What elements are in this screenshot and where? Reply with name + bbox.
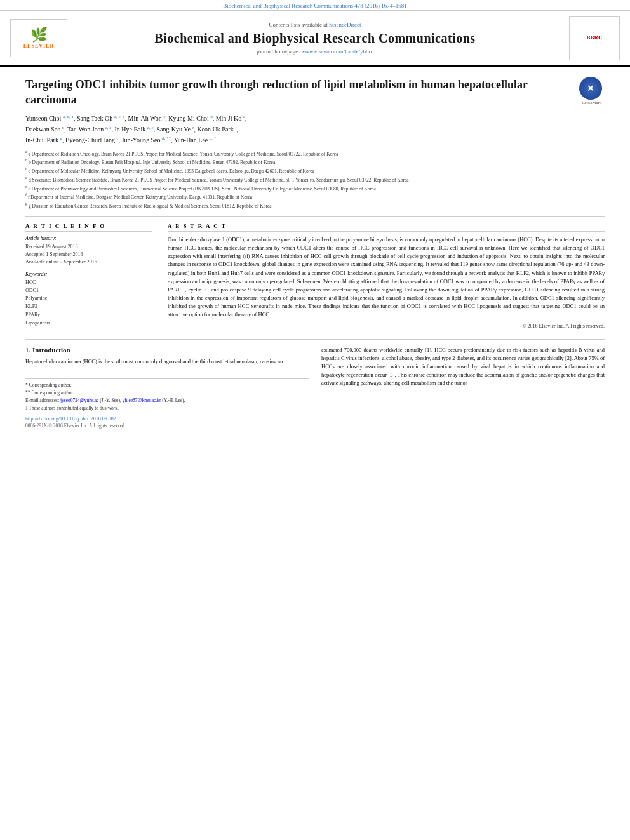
keyword-polyamine: Polyamine	[25, 295, 152, 303]
intro-right-para: estimated 700,000 deaths worldwide annua…	[321, 346, 605, 388]
authors-block: Yunseon Choi a, b, 1, Sang Taek Oh a, c,…	[25, 113, 605, 145]
affil-a-text: a Department of Radiation Oncology, Brai…	[29, 150, 338, 156]
affil-a: a a Department of Radiation Oncology, Br…	[25, 149, 605, 157]
footnote-equal: 1 These authors contributed equally to t…	[25, 404, 309, 412]
authors-line-1: Yunseon Choi a, b, 1, Sang Taek Oh a, c,…	[25, 113, 605, 124]
affil-g-text: g Division of Radiation Cancer Research,…	[29, 203, 272, 209]
keyword-lipogenesis: Lipogenesis	[25, 319, 152, 328]
authors-line-3: In-Chul Park g, Byeong-Churl Jang c, Jun…	[25, 135, 605, 145]
abstract-col: A B S T R A C T Ornithine decarboxylase …	[168, 223, 605, 329]
introduction-section: 1. Introduction Hepatocellular carcinoma…	[25, 339, 605, 429]
elsevier-box: 🌿 ELSEVIER	[10, 19, 67, 57]
affil-f-text: f Department of Internal Medicine, Dongs…	[28, 194, 252, 200]
keyword-odc1: ODC1	[25, 287, 152, 295]
keyword-hcc: HCC	[25, 279, 152, 287]
received-date: Received 19 August 2016	[25, 243, 152, 251]
journal-title: Biochemical and Biophysical Research Com…	[74, 30, 556, 46]
keyword-klf2: KLF2	[25, 303, 152, 311]
email-label: E-mail addresses:	[25, 397, 59, 403]
elsevier-label: ELSEVIER	[23, 43, 54, 49]
contents-text: Contents lists available at	[269, 22, 328, 28]
article-info-col: A R T I C L E I N F O Article history: R…	[25, 223, 152, 329]
issn-line: 0006-291X/© 2016 Elsevier Inc. All right…	[25, 423, 309, 429]
doi-line: http://dx.doi.org/10.1016/j.bbrc.2016.09…	[25, 416, 309, 422]
affil-d: d d Severance Biomedical Science Institu…	[25, 175, 605, 183]
affil-b-text: b Department of Radiation Oncology, Busa…	[29, 159, 275, 165]
footnote-corresponding2: ** Corresponding author.	[25, 389, 309, 397]
affiliations-section: a a Department of Radiation Oncology, Br…	[25, 149, 605, 210]
abstract-text: Ornithine decarboxylase 1 (ODC1), a meta…	[168, 236, 605, 319]
footnote-emails: E-mail addresses: jyseo0724@yuhs.ac (J.-…	[25, 397, 309, 404]
email1-name: (J.-Y. Seo),	[100, 397, 121, 403]
intro-left-text: Hepatocellular carcinoma (HCC) is the si…	[25, 357, 309, 366]
contents-line: Contents lists available at ScienceDirec…	[74, 22, 556, 28]
affil-b: b b Department of Radiation Oncology, Bu…	[25, 157, 605, 166]
elsevier-tree-icon: 🌿	[30, 28, 48, 42]
crossmark-icon: ✕	[579, 77, 602, 100]
journal-header: 🌿 ELSEVIER Contents lists available at S…	[0, 11, 630, 67]
keywords-title: Keywords:	[25, 271, 152, 277]
crossmark-container: ✕ CrossMark	[579, 77, 605, 105]
homepage-text: journal homepage:	[257, 48, 300, 55]
separator-1	[25, 216, 605, 217]
journal-bar-text: Biochemical and Biophysical Research Com…	[223, 3, 407, 9]
keyword-ppar: PPARγ	[25, 311, 152, 319]
article-history-title: Article history:	[25, 236, 152, 241]
elsevier-logo: 🌿 ELSEVIER	[10, 19, 74, 57]
footnotes: * Corresponding author. ** Corresponding…	[25, 378, 309, 412]
footnote-corresponding1: * Corresponding author.	[25, 382, 309, 389]
intro-left-para: Hepatocellular carcinoma (HCC) is the si…	[25, 357, 309, 366]
affil-e: e e Department of Pharmacology and Biome…	[25, 184, 605, 192]
email2-name: (Y.-H. Lee).	[162, 397, 185, 403]
abstract-heading: A B S T R A C T	[168, 223, 605, 232]
bbrc-logo: BBRC	[569, 16, 620, 60]
homepage-link[interactable]: www.elsevier.com/locate/ybbrc	[301, 48, 373, 55]
article-title-section: Targeting ODC1 inhibits tumor growth thr…	[25, 77, 605, 108]
article-info-abstract: A R T I C L E I N F O Article history: R…	[25, 223, 605, 329]
journal-center: Contents lists available at ScienceDirec…	[74, 22, 556, 55]
sciencedirect-link[interactable]: ScienceDirect	[329, 22, 361, 28]
article-info-heading: A R T I C L E I N F O	[25, 223, 152, 232]
affil-c-text: c Department of Molecular Medicine, Keim…	[29, 168, 314, 174]
journal-homepage: journal homepage: www.elsevier.com/locat…	[74, 48, 556, 55]
copyright-line: © 2016 Elsevier Inc. All rights reserved…	[168, 323, 605, 329]
article-title: Targeting ODC1 inhibits tumor growth thr…	[25, 77, 573, 108]
affil-f: f f Department of Internal Medicine, Don…	[25, 192, 605, 201]
intro-title: 1. Introduction	[25, 346, 309, 354]
intro-section-num: 1.	[25, 346, 30, 354]
intro-left-col: 1. Introduction Hepatocellular carcinoma…	[25, 346, 309, 429]
email2-link[interactable]: yhlee87@kmu.ac.kr	[123, 397, 161, 403]
authors-line-2: Daekwan Seo d, Tae-Won Jeon a, c, In Hye…	[25, 124, 605, 135]
affil-g: g g Division of Radiation Cancer Researc…	[25, 201, 605, 210]
intro-section-label: Introduction	[32, 346, 70, 354]
accepted-date: Accepted 1 September 2016	[25, 251, 152, 258]
intro-two-col: 1. Introduction Hepatocellular carcinoma…	[25, 346, 605, 429]
journal-bar: Biochemical and Biophysical Research Com…	[0, 0, 630, 11]
intro-right-text: estimated 700,000 deaths worldwide annua…	[321, 346, 605, 388]
available-date: Available online 2 September 2016	[25, 258, 152, 266]
bbrc-logo-container: BBRC	[556, 16, 620, 60]
affil-c: c c Department of Molecular Medicine, Ke…	[25, 166, 605, 175]
affil-e-text: e Department of Pharmacology and Biomedi…	[29, 185, 376, 191]
affil-d-text: d Severance Biomedical Science Institute…	[29, 177, 409, 182]
doi-link[interactable]: http://dx.doi.org/10.1016/j.bbrc.2016.09…	[25, 416, 116, 422]
email1-link[interactable]: jyseo0724@yuhs.ac	[60, 397, 98, 403]
intro-right-col: estimated 700,000 deaths worldwide annua…	[321, 346, 605, 429]
crossmark-text: CrossMark	[579, 100, 605, 105]
article-main: Targeting ODC1 inhibits tumor growth thr…	[0, 67, 630, 435]
